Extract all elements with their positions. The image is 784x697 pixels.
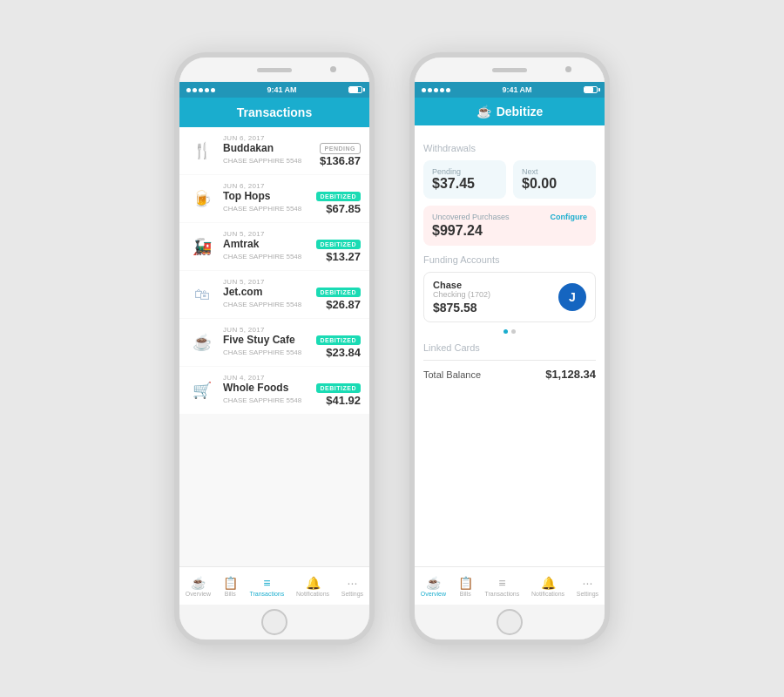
status-bar: 9:41 AM	[179, 82, 369, 98]
tx-icon: 🚂	[188, 233, 216, 261]
nav-notifications-2[interactable]: 🔔 Notifications	[531, 576, 564, 597]
uncovered-amount: $997.24	[432, 223, 510, 239]
tx-icon: 🛍	[188, 281, 216, 308]
speaker	[257, 68, 292, 72]
signal-dot	[199, 88, 203, 92]
transactions-header: Transactions	[179, 98, 369, 127]
tx-icon: 🛒	[188, 376, 216, 404]
tx-date: JUN 5, 2017	[223, 230, 361, 238]
tx-date: JUN 6, 2017	[223, 134, 361, 142]
signal-dot	[440, 88, 444, 92]
tx-amount: $136.87	[320, 154, 361, 167]
overview-icon-2: ☕	[426, 576, 441, 590]
tx-amount-row: CHASE SAPPHIRE 5548 $23.84	[223, 346, 361, 359]
nav-bills-2[interactable]: 📋 Bills	[458, 576, 473, 597]
tx-date: JUN 5, 2017	[223, 278, 361, 286]
nav-label-bills: Bills	[225, 591, 236, 597]
nav-label-settings-2: Settings	[577, 591, 598, 597]
home-button-2[interactable]	[497, 609, 523, 635]
funding-name: Chase	[433, 280, 490, 290]
configure-button[interactable]: Configure	[551, 213, 588, 221]
signal-dot	[193, 88, 197, 92]
nav-settings[interactable]: ··· Settings	[341, 576, 363, 597]
status-bar-2: 9:41 AM	[415, 82, 605, 98]
pending-label: Pending	[432, 167, 497, 176]
next-card: Next $0.00	[513, 160, 596, 199]
transactions-screen: Transactions 🍴 JUN 6, 2017 Buddakan PEND…	[179, 98, 369, 605]
signal-dots	[186, 88, 215, 92]
transaction-item[interactable]: 🛒 JUN 4, 2017 Whole Foods DEBITIZED CHAS…	[179, 367, 369, 414]
nav-label-bills-2: Bills	[460, 591, 471, 597]
nav-bills[interactable]: 📋 Bills	[223, 576, 238, 597]
next-amount: $0.00	[522, 176, 587, 192]
tx-card: CHASE SAPPHIRE 5548	[223, 157, 301, 165]
nav-transactions[interactable]: ≡ Transactions	[249, 576, 284, 597]
camera-2	[565, 66, 571, 72]
tx-name: Jet.com	[223, 286, 262, 298]
nav-label-notifications: Notifications	[296, 591, 329, 597]
notifications-icon: 🔔	[306, 576, 321, 590]
tx-amount: $13.27	[326, 250, 361, 263]
overview-icon: ☕	[191, 576, 206, 590]
transaction-item[interactable]: ☕ JUN 5, 2017 Five Stuy Cafe DEBITIZED C…	[179, 319, 369, 366]
transaction-list[interactable]: 🍴 JUN 6, 2017 Buddakan PENDING CHASE SAP…	[179, 127, 369, 566]
tx-icon: 🍴	[188, 137, 216, 165]
tx-badge-row: Buddakan PENDING	[223, 142, 361, 154]
phone-top-bar	[179, 58, 369, 82]
tx-badge-row: Whole Foods DEBITIZED	[223, 382, 361, 394]
tx-name: Whole Foods	[223, 382, 288, 394]
total-balance-label: Total Balance	[423, 369, 481, 380]
settings-icon-2: ···	[583, 576, 593, 590]
tx-card: CHASE SAPPHIRE 5548	[223, 348, 301, 356]
uncovered-label: Uncovered Purchases	[432, 213, 510, 221]
signal-dot	[446, 88, 450, 92]
tx-amount: $41.92	[326, 394, 361, 407]
nav-label-notifications-2: Notifications	[531, 591, 564, 597]
tx-amount-row: CHASE SAPPHIRE 5548 $26.87	[223, 298, 361, 311]
nav-overview[interactable]: ☕ Overview	[186, 576, 211, 597]
pending-card: Pending $37.45	[423, 160, 506, 199]
battery-fill-2	[585, 87, 593, 92]
tx-badge-row: Jet.com DEBITIZED	[223, 286, 361, 298]
speaker-2	[492, 68, 527, 72]
overview-content: Withdrawals Pending $37.45 Next $0.00 Un…	[415, 125, 605, 566]
overview-screen: ☕ Debitize Withdrawals Pending $37.45 Ne…	[415, 98, 605, 605]
signal-dot	[422, 88, 426, 92]
tx-date: JUN 5, 2017	[223, 326, 361, 334]
transaction-item[interactable]: 🍴 JUN 6, 2017 Buddakan PENDING CHASE SAP…	[179, 127, 369, 174]
page-dot	[511, 329, 516, 334]
nav-transactions-2[interactable]: ≡ Transactions	[484, 576, 519, 597]
nav-label-overview-2: Overview	[421, 591, 446, 597]
tx-badge: DEBITIZED	[316, 335, 361, 345]
battery-icon-2	[584, 86, 598, 93]
tx-badge-row: Five Stuy Cafe DEBITIZED	[223, 334, 361, 346]
notifications-icon-2: 🔔	[541, 576, 556, 590]
battery-icon	[348, 86, 362, 93]
nav-overview-2[interactable]: ☕ Overview	[421, 576, 446, 597]
funding-sub: Checking (1702)	[433, 290, 490, 299]
tx-badge: DEBITIZED	[316, 192, 361, 201]
overview-title: Debitize	[497, 105, 544, 118]
linked-cards-label: Linked Cards	[423, 342, 596, 353]
transaction-item[interactable]: 🚂 JUN 5, 2017 Amtrak DEBITIZED CHASE SAP…	[179, 223, 369, 270]
tx-icon: ☕	[188, 328, 216, 356]
tx-date: JUN 6, 2017	[223, 182, 361, 190]
phone-top-bar-2	[415, 58, 605, 82]
transaction-item[interactable]: 🍺 JUN 6, 2017 Top Hops DEBITIZED CHASE S…	[179, 175, 369, 222]
tx-amount-row: CHASE SAPPHIRE 5548 $136.87	[223, 154, 361, 167]
pending-amount: $37.45	[432, 176, 497, 192]
settings-icon: ···	[348, 576, 358, 590]
tx-name: Five Stuy Cafe	[223, 334, 295, 346]
home-button[interactable]	[261, 609, 287, 635]
nav-notifications[interactable]: 🔔 Notifications	[296, 576, 329, 597]
nav-settings-2[interactable]: ··· Settings	[577, 576, 598, 597]
uncovered-card: Uncovered Purchases $997.24 Configure	[423, 206, 596, 246]
tx-card: CHASE SAPPHIRE 5548	[223, 301, 301, 308]
tx-info: JUN 6, 2017 Buddakan PENDING CHASE SAPPH…	[223, 134, 361, 167]
tx-badge-row: Amtrak DEBITIZED	[223, 238, 361, 250]
transaction-item[interactable]: 🛍 JUN 5, 2017 Jet.com DEBITIZED CHASE SA…	[179, 271, 369, 318]
tx-name: Top Hops	[223, 190, 270, 202]
tx-info: JUN 5, 2017 Five Stuy Cafe DEBITIZED CHA…	[223, 326, 361, 359]
bottom-nav-2: ☕ Overview 📋 Bills ≡ Transactions 🔔 Noti…	[415, 566, 605, 605]
signal-dot	[211, 88, 215, 92]
